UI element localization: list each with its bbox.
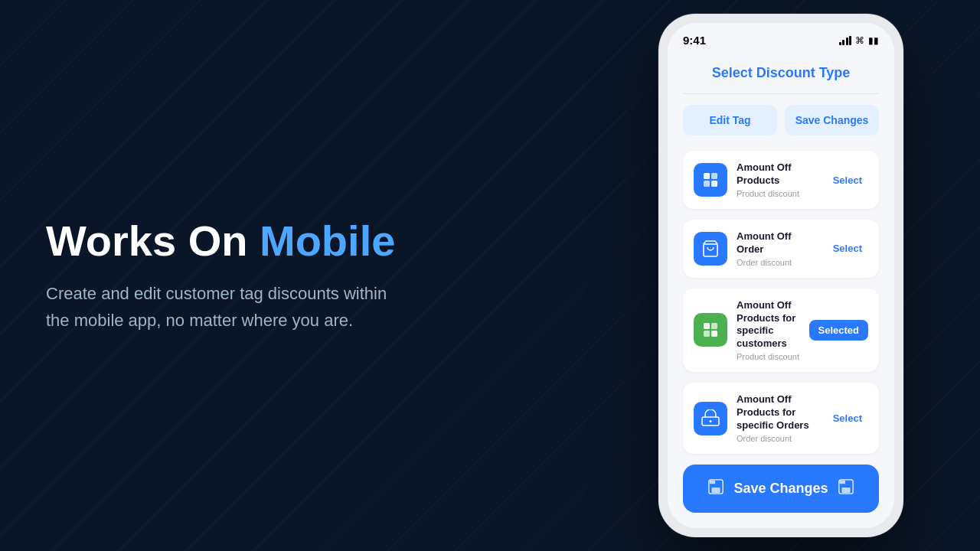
- svg-rect-0: [704, 173, 710, 179]
- svg-rect-2: [704, 181, 710, 187]
- svg-rect-13: [712, 487, 720, 493]
- svg-point-10: [710, 420, 712, 422]
- edit-tag-button[interactable]: Edit Tag: [683, 105, 777, 135]
- select-button-4[interactable]: Select: [827, 409, 868, 427]
- hero-title: Works On Mobile: [46, 217, 536, 265]
- discount-sub: Order discount: [737, 434, 818, 443]
- phone-frame: 9:41 ⌘ ▮▮ Select Discount Type: [658, 14, 903, 537]
- list-item: Amount Off Products Product discount Sel…: [683, 151, 879, 209]
- svg-rect-7: [704, 331, 710, 337]
- hero-title-accent: Mobile: [260, 217, 395, 265]
- discount-info: Amount Off Products for specific Orders …: [737, 393, 818, 443]
- discount-name: Amount Off Order: [737, 230, 818, 256]
- hero-title-plain: Works On: [46, 217, 260, 265]
- discount-name: Amount Off Products for specific Orders: [737, 393, 818, 432]
- battery-icon: ▮▮: [868, 35, 879, 46]
- selected-button-3[interactable]: Selected: [809, 320, 868, 341]
- specific-orders-icon: [694, 402, 727, 435]
- select-button-1[interactable]: Select: [827, 171, 868, 189]
- hero-subtitle: Create and edit customer tag discounts w…: [46, 280, 413, 334]
- product-discount-icon: [694, 163, 727, 197]
- save-icon-left: [707, 478, 724, 499]
- specific-customers-icon: [694, 313, 727, 347]
- order-discount-icon: [694, 232, 727, 266]
- status-icons: ⌘ ▮▮: [839, 35, 880, 46]
- svg-rect-8: [711, 331, 717, 337]
- discount-sub: Order discount: [737, 258, 818, 267]
- svg-rect-6: [711, 323, 717, 329]
- discount-list: Amount Off Products Product discount Sel…: [683, 151, 879, 454]
- list-item: Amount Off Products for specific custome…: [683, 289, 879, 373]
- status-bar: 9:41 ⌘ ▮▮: [668, 23, 894, 53]
- left-panel: Works On Mobile Create and edit customer…: [0, 171, 582, 380]
- discount-info: Amount Off Products for specific custome…: [737, 299, 800, 362]
- svg-rect-16: [841, 487, 850, 493]
- action-buttons: Edit Tag Save Changes: [683, 105, 879, 135]
- svg-rect-5: [704, 323, 710, 329]
- list-item: Amount Off Products for specific Orders …: [683, 383, 879, 454]
- save-icon-right: [838, 478, 854, 499]
- svg-rect-3: [711, 181, 717, 187]
- svg-rect-14: [839, 481, 844, 484]
- phone-screen: 9:41 ⌘ ▮▮ Select Discount Type: [668, 23, 894, 528]
- select-button-2[interactable]: Select: [827, 240, 868, 257]
- save-changes-label: Save Changes: [733, 481, 828, 497]
- discount-info: Amount Off Products Product discount: [737, 161, 818, 198]
- discount-name: Amount Off Products: [737, 161, 818, 187]
- discount-info: Amount Off Order Order discount: [737, 230, 818, 267]
- svg-rect-1: [711, 173, 717, 179]
- screen-title: Select Discount Type: [683, 65, 879, 81]
- save-changes-top-button[interactable]: Save Changes: [785, 105, 879, 135]
- wifi-icon: ⌘: [855, 35, 864, 46]
- discount-sub: Product discount: [737, 352, 800, 361]
- app-content: Select Discount Type Edit Tag Save Chang…: [668, 53, 894, 528]
- save-changes-bottom-button[interactable]: Save Changes: [683, 465, 879, 513]
- discount-sub: Product discount: [737, 189, 818, 198]
- divider: [683, 93, 879, 94]
- svg-rect-11: [710, 481, 715, 484]
- right-panel: 9:41 ⌘ ▮▮ Select Discount Type: [582, 0, 980, 551]
- discount-name: Amount Off Products for specific custome…: [737, 299, 800, 351]
- signal-icon: [839, 36, 852, 45]
- list-item: Amount Off Order Order discount Select: [683, 220, 879, 278]
- status-time: 9:41: [683, 34, 706, 47]
